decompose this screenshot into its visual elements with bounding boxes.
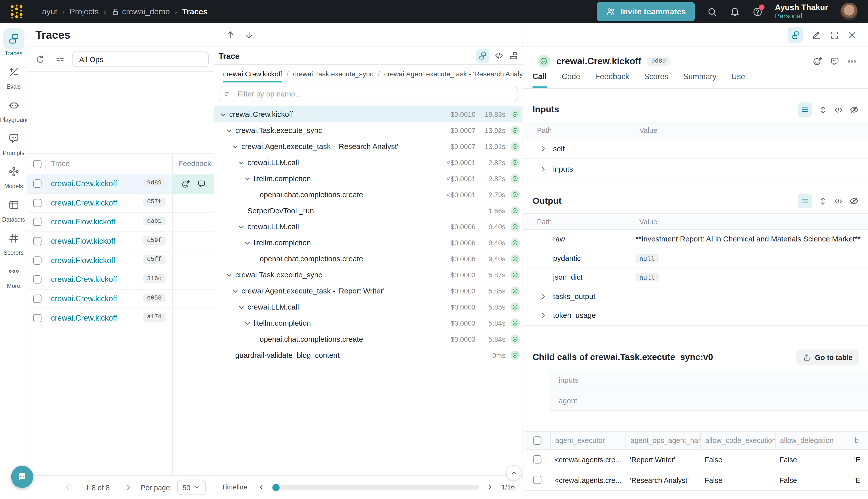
row-checkbox[interactable] bbox=[533, 455, 542, 464]
row-checkbox[interactable] bbox=[33, 199, 41, 207]
row-checkbox[interactable] bbox=[33, 218, 41, 226]
scroll-to-top-button[interactable] bbox=[506, 465, 522, 480]
row-checkbox[interactable] bbox=[33, 179, 41, 188]
span-row[interactable]: litellm.completion$0.00035.84s bbox=[214, 315, 523, 331]
trace-tab-2[interactable]: crewai.Task.execute_sync bbox=[293, 70, 373, 82]
chevron-down-icon[interactable] bbox=[225, 126, 234, 135]
output-row-raw[interactable]: raw**Investment Report: AI in Chemical a… bbox=[523, 230, 868, 249]
output-row-json_dict[interactable]: json_dictnull bbox=[523, 268, 868, 287]
add-reaction-icon[interactable] bbox=[812, 56, 822, 66]
help-icon[interactable] bbox=[752, 6, 763, 17]
timeline-prev-icon[interactable] bbox=[257, 484, 265, 491]
chevron-down-icon[interactable] bbox=[231, 142, 239, 151]
input-row-inputs[interactable]: inputs bbox=[523, 159, 868, 180]
sidebar-item-traces[interactable]: Traces bbox=[0, 28, 27, 56]
hide-values-icon[interactable] bbox=[849, 105, 859, 115]
comment-icon[interactable] bbox=[830, 56, 840, 66]
table-row[interactable]: crewai.Flow.kickoffc59f bbox=[27, 232, 214, 251]
trace-tab-3[interactable]: crewai.Agent.execute_task - 'Research An… bbox=[384, 70, 522, 82]
trace-link[interactable]: crewai.Crew.kickoff bbox=[51, 275, 117, 284]
trace-link[interactable]: crewai.Crew.kickoff bbox=[51, 179, 117, 188]
sidebar-item-more[interactable]: More bbox=[0, 261, 27, 289]
output-row-pydantic[interactable]: pydanticnull bbox=[523, 249, 868, 268]
span-row[interactable]: guardrail-validate_blog_content0ms bbox=[214, 347, 523, 363]
sidebar-item-scorers[interactable]: Scorers bbox=[0, 228, 27, 256]
arrow-up-icon[interactable] bbox=[225, 30, 235, 40]
select-all-checkbox[interactable] bbox=[533, 436, 542, 445]
trace-link[interactable]: crewai.Crew.kickoff bbox=[51, 313, 117, 322]
span-row[interactable]: SerperDevTool._run1.66s bbox=[214, 203, 523, 219]
tab-call[interactable]: Call bbox=[532, 70, 547, 88]
table-row[interactable]: <crewai.agents.cre...'Research Analyst'F… bbox=[525, 470, 868, 491]
sidebar-item-datasets[interactable]: Datasets bbox=[0, 194, 27, 223]
expand-icon[interactable] bbox=[830, 30, 839, 39]
output-row-tasks_output[interactable]: tasks_output bbox=[523, 287, 868, 306]
tree-view-button[interactable] bbox=[476, 49, 489, 62]
span-row[interactable]: crewai.Crew.kickoff$0.001019.83s bbox=[214, 106, 523, 122]
span-row[interactable]: crewai.LLM.call$0.00069.40s bbox=[214, 219, 523, 235]
timeline-next-icon[interactable] bbox=[486, 484, 494, 491]
span-row[interactable]: crewai.LLM.call<$0.00012.82s bbox=[214, 155, 523, 171]
table-row[interactable]: crewai.Crew.kickoff657f bbox=[27, 194, 214, 213]
chevron-down-icon[interactable] bbox=[219, 110, 227, 119]
span-row[interactable]: crewai.LLM.call$0.00035.85s bbox=[214, 299, 523, 315]
trace-tab-1[interactable]: crewai.Crew.kickoff bbox=[223, 70, 282, 82]
sidebar-item-playground[interactable]: Playground bbox=[0, 95, 27, 123]
sidebar-item-evals[interactable]: Evals bbox=[0, 62, 27, 90]
table-row[interactable]: crewai.Crew.kickoff9d89 bbox=[27, 174, 214, 194]
chevron-right-icon[interactable] bbox=[540, 312, 547, 319]
close-icon[interactable] bbox=[847, 30, 857, 39]
user-menu[interactable]: Ayush Thakur Personal bbox=[775, 3, 828, 20]
chevron-right-icon[interactable] bbox=[540, 145, 547, 152]
row-checkbox[interactable] bbox=[33, 237, 41, 245]
refresh-icon[interactable] bbox=[35, 54, 45, 64]
expand-rows-icon[interactable] bbox=[818, 196, 828, 206]
span-row[interactable]: litellm.completion<$0.00012.82s bbox=[214, 171, 523, 187]
go-to-table-button[interactable]: Go to table bbox=[796, 350, 859, 365]
chevron-down-icon[interactable] bbox=[237, 222, 246, 231]
chevron-down-icon[interactable] bbox=[225, 271, 234, 279]
op-filter-input[interactable] bbox=[236, 89, 518, 98]
span-row[interactable]: litellm.completion$0.00069.40s bbox=[214, 235, 523, 251]
code-view-icon[interactable] bbox=[834, 105, 843, 114]
table-row[interactable]: <crewai.agents.cre...'Report Writer'Fals… bbox=[525, 450, 868, 470]
timeline-thumb[interactable] bbox=[272, 484, 280, 491]
select-all-checkbox[interactable] bbox=[33, 160, 41, 168]
trace-link[interactable]: crewai.Crew.kickoff bbox=[51, 198, 117, 207]
tab-use[interactable]: Use bbox=[731, 70, 745, 88]
output-row-token_usage[interactable]: token_usage bbox=[523, 306, 868, 325]
flame-view-icon[interactable] bbox=[509, 51, 518, 60]
table-row[interactable]: crewai.Crew.kickoffe058 bbox=[27, 290, 214, 309]
wandb-logo[interactable] bbox=[9, 3, 25, 20]
chevron-down-icon[interactable] bbox=[243, 239, 252, 247]
code-view-icon[interactable] bbox=[494, 51, 504, 60]
span-row[interactable]: openai.chat.completions.create<$0.00012.… bbox=[214, 187, 523, 203]
chevron-right-icon[interactable] bbox=[540, 293, 547, 300]
row-checkbox[interactable] bbox=[33, 276, 41, 284]
span-row[interactable]: openai.chat.completions.create$0.00069.4… bbox=[214, 251, 523, 267]
expand-rows-icon[interactable] bbox=[818, 105, 828, 114]
trace-link[interactable]: crewai.Flow.kickoff bbox=[51, 236, 115, 245]
breadcrumb-item-Projects[interactable]: Projects bbox=[70, 7, 98, 16]
tab-summary[interactable]: Summary bbox=[683, 70, 716, 88]
prev-page-icon[interactable] bbox=[63, 483, 72, 492]
chevron-right-icon[interactable] bbox=[540, 165, 547, 173]
filter-list-icon[interactable] bbox=[55, 54, 64, 64]
tab-feedback[interactable]: Feedback bbox=[595, 70, 629, 88]
span-row[interactable]: openai.chat.completions.create$0.00035.8… bbox=[214, 331, 523, 347]
ops-filter-select[interactable]: All Ops bbox=[72, 51, 209, 67]
chevron-down-icon[interactable] bbox=[237, 303, 246, 312]
chevron-down-icon[interactable] bbox=[243, 319, 252, 327]
chevron-down-icon[interactable] bbox=[243, 174, 252, 183]
span-row[interactable]: crewai.Task.execute_sync$0.00035.87s bbox=[214, 267, 523, 283]
tab-code[interactable]: Code bbox=[561, 70, 580, 88]
trace-link[interactable]: crewai.Flow.kickoff bbox=[51, 217, 115, 226]
call-id-badge[interactable]: 9d89 bbox=[647, 57, 670, 65]
table-row[interactable]: crewai.Crew.kickoffa17d bbox=[27, 309, 214, 328]
sidebar-item-prompts[interactable]: Prompts bbox=[0, 128, 27, 156]
row-checkbox[interactable] bbox=[533, 476, 542, 484]
add-reaction-icon[interactable] bbox=[181, 179, 190, 189]
span-row[interactable]: crewai.Task.execute_sync$0.000713.92s bbox=[214, 122, 523, 138]
table-row[interactable]: crewai.Crew.kickoff316c bbox=[27, 271, 214, 290]
trace-link[interactable]: crewai.Flow.kickoff bbox=[51, 256, 115, 265]
